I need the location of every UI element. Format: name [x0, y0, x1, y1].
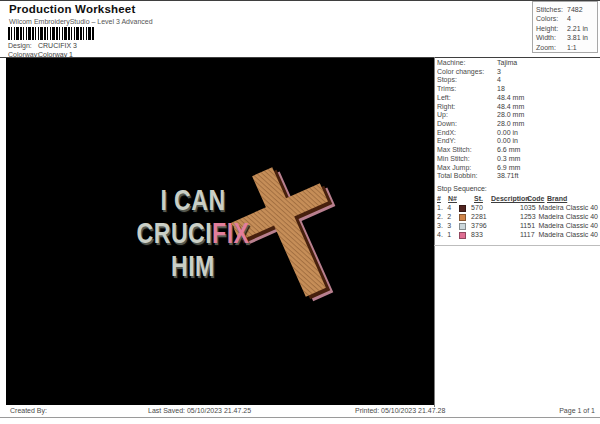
width-value: 3.81 in — [567, 34, 588, 41]
thread-color-swatch — [459, 232, 466, 239]
summary-row-zoom: Zoom:1:1 — [536, 43, 597, 52]
machine-row: Up:28.0 mm — [437, 111, 597, 120]
machine-row: Down:28.0 mm — [437, 120, 597, 129]
slogan-line-1: I CAN — [128, 184, 258, 217]
slogan-fix-text: FIX — [212, 217, 249, 249]
design-preview-canvas: I CAN CRUCIFIX HIM — [6, 58, 434, 405]
stop-sequence-row: 3. 3 3796 1151 Madeira Classic 40 — [437, 221, 598, 230]
slogan-cruci-text: CRUCI — [137, 217, 212, 249]
embroidered-slogan: I CAN CRUCIFIX HIM — [112, 184, 274, 283]
thread-color-swatch — [459, 223, 466, 230]
zoom-value: 1:1 — [567, 44, 577, 51]
machine-info-list: Machine:Tajima Color changes:3 Stops:4 T… — [437, 59, 597, 181]
design-summary-box: Stitches:7482 Colors:4 Height:2.21 in Wi… — [532, 1, 598, 53]
design-name-row: Design:CRUCIFIX 3 — [8, 42, 77, 49]
stop-sequence-row: 2. 2 2281 1253 Madeira Classic 40 — [437, 212, 598, 221]
machine-row: Max Stitch:6.6 mm — [437, 146, 597, 155]
stitches-value: 7482 — [567, 6, 583, 13]
slogan-line-2: CRUCIFIX — [128, 217, 258, 250]
height-value: 2.21 in — [567, 25, 588, 32]
footer-page-number: Page 1 of 1 — [559, 407, 595, 414]
colorway-row: Colorway:Colorway 1 — [8, 51, 73, 58]
summary-row-width: Width:3.81 in — [536, 33, 597, 42]
stop-sequence-bottom-rule — [434, 245, 600, 246]
machine-row: Max Jump:6.9 mm — [437, 164, 597, 173]
stop-sequence-row: 4. 1 833 1117 Madeira Classic 40 — [437, 230, 598, 239]
colors-value: 4 — [567, 15, 571, 22]
machine-row: EndX:0.00 in — [437, 129, 597, 138]
machine-row: Left:48.4 mm — [437, 94, 597, 103]
page-top-rule — [0, 0, 600, 1]
summary-row-stitches: Stitches:7482 — [536, 5, 597, 14]
page-title: Production Worksheet — [9, 3, 135, 15]
design-label: Design: — [8, 42, 38, 49]
slogan-line-3: HIM — [128, 250, 258, 283]
footer-created-by: Created By: — [10, 407, 47, 414]
production-worksheet-page: { "header": { "title": "Production Works… — [0, 0, 600, 424]
stop-sequence-table: # N# St. Description Code Brand 1. 4 570… — [437, 194, 598, 239]
machine-row: Min Stitch:0.3 mm — [437, 155, 597, 164]
footer-rule — [0, 417, 600, 418]
machine-row: Machine:Tajima — [437, 59, 597, 68]
colorway-value: Colorway 1 — [38, 51, 73, 58]
stop-sequence-title: Stop Sequence: — [437, 185, 487, 192]
machine-row: Right:48.4 mm — [437, 103, 597, 112]
colorway-label: Colorway: — [8, 51, 38, 58]
thread-color-swatch — [459, 214, 466, 221]
barcode — [8, 27, 94, 40]
footer-printed: Printed: 05/10/2023 21.47.28 — [355, 407, 445, 414]
design-value: CRUCIFIX 3 — [38, 42, 77, 49]
app-subtitle: Wilcom EmbroideryStudio – Level 3 Advanc… — [9, 18, 153, 25]
stop-sequence-header: # N# St. Description Code Brand — [437, 194, 598, 203]
summary-row-height: Height:2.21 in — [536, 24, 597, 33]
stop-sequence-row: 1. 4 570 1035 Madeira Classic 40 — [437, 203, 598, 212]
thread-color-swatch — [459, 205, 466, 212]
canvas-right-divider — [434, 57, 435, 407]
machine-row: Stops:4 — [437, 76, 597, 85]
machine-row: Color changes:3 — [437, 68, 597, 77]
machine-row: Total Bobbin:38.71ft — [437, 172, 597, 181]
machine-row: Trims:18 — [437, 85, 597, 94]
footer-last-saved: Last Saved: 05/10/2023 21.47.25 — [148, 407, 251, 414]
summary-row-colors: Colors:4 — [536, 14, 597, 23]
machine-row: EndY:0.00 in — [437, 137, 597, 146]
